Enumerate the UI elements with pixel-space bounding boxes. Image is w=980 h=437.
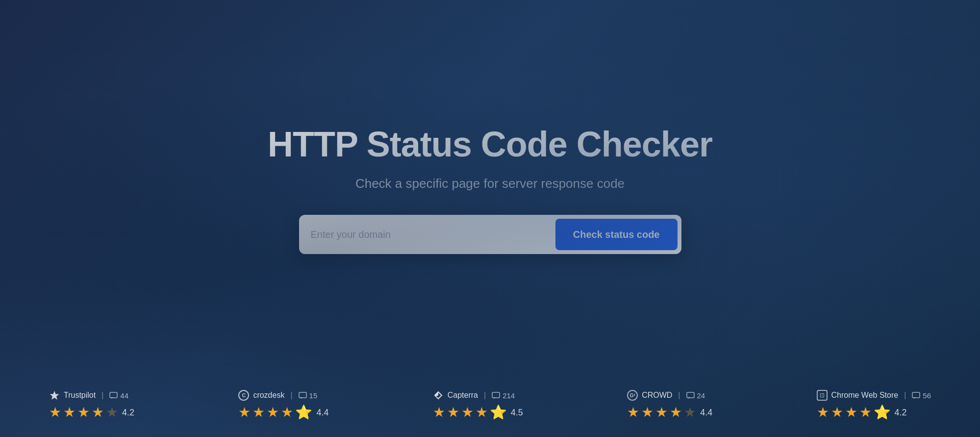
- capterra-icon: [433, 390, 444, 401]
- svg-rect-5: [492, 392, 500, 398]
- g2-count: 24: [686, 391, 705, 400]
- trustpilot-count: 44: [109, 391, 128, 400]
- page-title: HTTP Status Code Checker: [268, 124, 712, 164]
- crozdesk-name: crozdesk: [253, 391, 284, 400]
- rating-header-trustpilot: Trustpilot | 44: [49, 390, 128, 401]
- comment-icon-2: [299, 392, 307, 399]
- rating-header-crozdesk: C crozdesk | 15: [238, 390, 317, 401]
- capterra-count: 214: [492, 391, 515, 400]
- g2-icon: G²: [627, 390, 638, 401]
- domain-input[interactable]: [311, 219, 555, 250]
- page-subtitle: Check a specific page for server respons…: [355, 176, 625, 191]
- check-status-button[interactable]: Check status code: [555, 219, 678, 250]
- crozdesk-stars: ★ ★ ★ ★ ⭐ 4.4: [238, 406, 328, 419]
- svg-rect-1: [110, 392, 117, 398]
- capterra-stars: ★ ★ ★ ★ ⭐ 4.5: [433, 406, 523, 419]
- chrome-count: 56: [912, 391, 931, 400]
- rating-header-g2: G² CROWD | 24: [627, 390, 705, 401]
- rating-chrome: ⊡ Chrome Web Store | 56 ★ ★ ★ ★ ⭐ 4.2: [817, 390, 931, 419]
- g2-stars: ★ ★ ★ ★ ★ 4.4: [627, 406, 712, 419]
- svg-marker-4: [434, 392, 438, 396]
- chrome-stars: ★ ★ ★ ★ ⭐ 4.2: [817, 406, 907, 419]
- g2-name: CROWD: [642, 391, 672, 400]
- comment-icon-4: [686, 392, 695, 399]
- crozdesk-count: 15: [299, 391, 318, 400]
- svg-rect-2: [299, 392, 306, 398]
- svg-rect-7: [912, 392, 920, 398]
- trustpilot-name: Trustpilot: [64, 391, 96, 400]
- rating-capterra: Capterra | 214 ★ ★ ★ ★ ⭐ 4.5: [433, 390, 523, 419]
- trustpilot-icon: [49, 390, 60, 401]
- comment-icon-5: [912, 392, 920, 399]
- comment-icon-3: [492, 392, 500, 399]
- rating-g2crowd: G² CROWD | 24 ★ ★ ★ ★ ★ 4.4: [627, 390, 712, 419]
- chrome-name: Chrome Web Store: [831, 391, 899, 400]
- capterra-name: Capterra: [448, 391, 478, 400]
- svg-marker-0: [50, 391, 59, 400]
- rating-crozdesk: C crozdesk | 15 ★ ★ ★ ★ ⭐ 4.4: [238, 390, 328, 419]
- rating-header-capterra: Capterra | 214: [433, 390, 515, 401]
- chrome-icon: ⊡: [817, 390, 828, 401]
- ratings-footer: Trustpilot | 44 ★ ★ ★ ★ ★ 4.2 C crozdesk…: [0, 376, 980, 437]
- rating-trustpilot: Trustpilot | 44 ★ ★ ★ ★ ★ 4.2: [49, 390, 134, 419]
- comment-icon: [109, 392, 118, 399]
- crozdesk-icon: C: [238, 390, 249, 401]
- trustpilot-stars: ★ ★ ★ ★ ★ 4.2: [49, 406, 134, 419]
- rating-header-chrome: ⊡ Chrome Web Store | 56: [817, 390, 931, 401]
- search-container: Check status code: [299, 215, 681, 254]
- svg-rect-6: [687, 392, 694, 398]
